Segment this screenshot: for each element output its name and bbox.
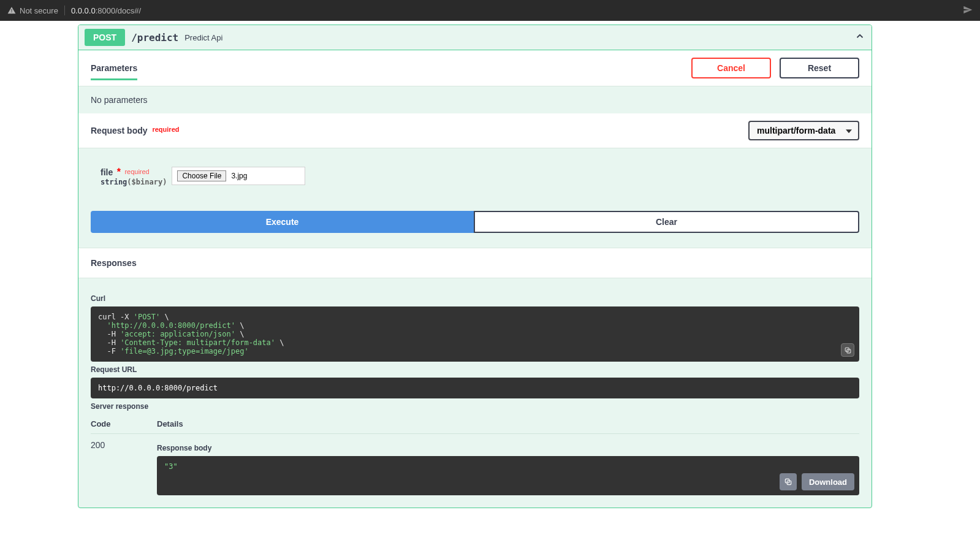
endpoint-summary: Predict Api <box>184 33 222 42</box>
not-secure-badge: Not secure <box>7 6 58 15</box>
code-column-header: Code <box>91 419 127 428</box>
execute-button[interactable]: Execute <box>91 211 474 233</box>
chevron-up-icon[interactable] <box>854 31 865 44</box>
parameters-header: Parameters Cancel Reset <box>78 50 872 86</box>
file-input[interactable]: Choose File 3.jpg <box>172 167 305 185</box>
clear-button[interactable]: Clear <box>474 211 859 233</box>
param-type: string($binary) <box>101 178 167 186</box>
op-summary-row[interactable]: POST /predict Predict Api <box>78 25 872 50</box>
response-code: 200 <box>91 440 127 495</box>
warning-icon <box>7 6 16 15</box>
request-url-label: Request URL <box>91 365 859 374</box>
url-divider <box>64 6 65 15</box>
copy-response-button[interactable] <box>780 473 797 490</box>
operation-block: POST /predict Predict Api Parameters Can… <box>78 25 872 508</box>
required-small: required <box>124 168 149 175</box>
responses-area: Curl curl -X 'POST' \ 'http://0.0.0.0:80… <box>78 278 872 508</box>
choose-file-button[interactable]: Choose File <box>177 170 226 181</box>
reset-button[interactable]: Reset <box>780 58 859 78</box>
request-url-box[interactable]: http://0.0.0.0:8000/predict <box>91 378 859 398</box>
clipboard-icon <box>844 346 852 354</box>
responses-label: Responses <box>91 258 859 268</box>
responses-header: Responses <box>78 248 872 278</box>
parameters-tab[interactable]: Parameters <box>91 63 137 80</box>
request-body-header: Request body required multipart/form-dat… <box>78 113 872 148</box>
cancel-button[interactable]: Cancel <box>691 58 771 78</box>
content-type-select-wrap[interactable]: multipart/form-data <box>748 121 859 140</box>
url-text: 0.0.0.0:8000/docs#/ <box>71 6 141 15</box>
param-name: file <box>101 167 113 177</box>
content-type-select[interactable]: multipart/form-data <box>748 121 859 140</box>
details-column-header: Details <box>157 419 183 428</box>
selected-filename: 3.jpg <box>231 172 247 180</box>
param-meta: file * required string($binary) <box>101 167 167 186</box>
server-response-label: Server response <box>91 402 859 411</box>
endpoint-path: /predict <box>131 32 178 44</box>
execute-row: Execute Clear <box>78 211 872 248</box>
download-button[interactable]: Download <box>802 473 854 490</box>
send-icon[interactable] <box>963 5 973 17</box>
request-body-params: file * required string($binary) Choose F… <box>78 148 872 211</box>
copy-curl-button[interactable] <box>841 343 854 357</box>
no-parameters-text: No parameters <box>78 86 872 113</box>
curl-label: Curl <box>91 294 859 303</box>
response-details: Response body "3" Download <box>157 440 859 495</box>
response-body-label: Response body <box>157 444 859 452</box>
required-tag: required <box>152 126 179 133</box>
param-row: file * required string($binary) Choose F… <box>101 167 859 186</box>
response-row: 200 Response body "3" Download <box>91 434 859 495</box>
request-body-label: Request body required <box>91 126 179 135</box>
required-star: * <box>117 167 121 177</box>
clipboard-icon <box>784 478 792 486</box>
response-table-header: Code Details <box>91 414 859 434</box>
curl-codebox[interactable]: curl -X 'POST' \ 'http://0.0.0.0:8000/pr… <box>91 306 859 362</box>
not-secure-text: Not secure <box>20 6 58 15</box>
response-body-box[interactable]: "3" Download <box>157 456 859 495</box>
response-actions: Download <box>780 473 854 490</box>
http-method-badge: POST <box>85 29 125 46</box>
url-bar[interactable]: Not secure 0.0.0.0:8000/docs#/ <box>0 0 980 21</box>
